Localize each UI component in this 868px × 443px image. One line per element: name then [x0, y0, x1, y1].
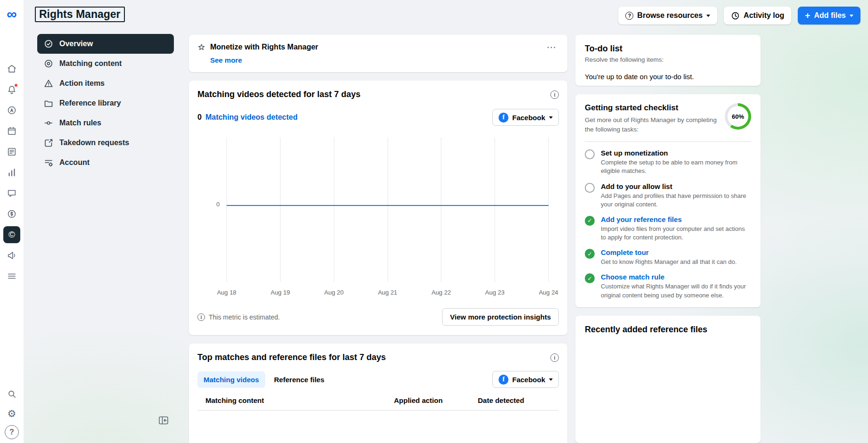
rights-manager-icon[interactable] — [3, 226, 20, 243]
checklist-item-desc: Import video files from your computer an… — [601, 225, 751, 242]
notifications-icon[interactable] — [3, 81, 20, 98]
chart-gridline — [280, 137, 280, 282]
matching-videos-chart: 0 Aug 18 Aug 19 Aug 20 Aug 21 Aug 22 Aug… — [197, 134, 559, 297]
browse-resources-label: Browse resources — [637, 11, 703, 20]
checklist-item-title[interactable]: Add your reference files — [601, 215, 751, 223]
recent-reference-files-card: Recently added reference files — [575, 316, 761, 443]
takedown-icon — [44, 138, 53, 148]
checklist-item: Add your reference files Import video fi… — [585, 215, 751, 242]
matching-count: 0 — [197, 113, 202, 122]
source-label: Facebook — [512, 376, 545, 384]
checklist-title: Getting started checklist — [585, 103, 718, 113]
more-options-button[interactable]: ⋯ — [545, 41, 559, 53]
sidebar-item-takedown-requests[interactable]: Takedown requests — [37, 133, 174, 153]
todo-empty-state: You're up to date on your to-do list. — [585, 73, 751, 81]
sidebar-item-reference-library[interactable]: Reference library — [37, 93, 174, 113]
sidebar-item-label: Takedown requests — [59, 139, 129, 147]
promo-title: Monetize with Rights Manager — [210, 43, 540, 51]
activity-log-label: Activity log — [744, 11, 784, 20]
warning-triangle-icon — [44, 79, 53, 88]
checklist-item-desc: Add Pages and profiles that have permiss… — [601, 192, 751, 209]
chevron-down-icon — [706, 15, 710, 19]
facebook-icon — [499, 375, 508, 385]
search-icon[interactable] — [3, 386, 20, 402]
info-icon[interactable] — [550, 353, 559, 362]
chart-gridline — [495, 137, 495, 282]
activity-log-button[interactable]: Activity log — [724, 7, 791, 25]
view-insights-button[interactable]: View more protection insights — [442, 308, 559, 326]
tab-reference-files[interactable]: Reference files — [268, 371, 331, 388]
source-selector[interactable]: Facebook — [492, 371, 559, 388]
content-library-icon[interactable] — [3, 143, 20, 160]
checklist-item-title[interactable]: Add to your allow list — [601, 182, 751, 190]
sidebar-item-overview[interactable]: Overview — [37, 34, 174, 54]
todo-title: To-do list — [585, 44, 751, 54]
meta-logo-icon[interactable] — [3, 6, 20, 23]
sidebar-item-label: Matching content — [59, 59, 122, 68]
info-icon[interactable] — [550, 90, 559, 99]
ads-manager-icon[interactable] — [3, 102, 20, 119]
column-applied-action: Applied action — [394, 396, 478, 404]
divider — [585, 141, 751, 142]
match-rules-icon — [44, 118, 53, 128]
browse-resources-button[interactable]: Browse resources — [618, 7, 717, 25]
promotions-icon[interactable] — [3, 247, 20, 264]
y-axis-tick: 0 — [216, 201, 220, 208]
page-title: Rights Manager — [35, 7, 125, 22]
folder-icon — [44, 98, 53, 108]
checklist-item-title[interactable]: Set up monetization — [601, 149, 751, 157]
sidebar-item-label: Reference library — [59, 99, 121, 107]
unchecked-circle-icon[interactable] — [585, 149, 595, 159]
sidebar-item-label: Account — [59, 158, 90, 167]
todo-card: To-do list Resolve the following items: … — [575, 35, 761, 86]
sidebar-item-action-items[interactable]: Action items — [37, 74, 174, 93]
add-files-button[interactable]: + Add files — [798, 7, 860, 25]
sidebar-item-match-rules[interactable]: Match rules — [37, 113, 174, 133]
notification-badge — [14, 83, 18, 87]
chart-gridline — [334, 137, 334, 282]
help-icon[interactable] — [5, 425, 19, 439]
messages-icon[interactable] — [3, 185, 20, 202]
matching-count-link[interactable]: Matching videos detected — [205, 113, 298, 122]
chart-gridline — [227, 137, 227, 282]
checklist-item-desc: Complete the setup to be able to earn mo… — [601, 158, 751, 175]
checklist-item: Add to your allow list Add Pages and pro… — [585, 182, 751, 209]
column-matching-content: Matching content — [205, 396, 394, 404]
chart-gridline — [549, 137, 549, 282]
checklist-item-title[interactable]: Complete tour — [601, 248, 737, 256]
source-label: Facebook — [512, 114, 545, 122]
x-axis-label: Aug 21 — [371, 289, 404, 296]
sidebar: Overview Matching content Action items R… — [37, 34, 174, 172]
checklist-subtitle: Get more out of Rights Manager by comple… — [585, 115, 718, 134]
unchecked-circle-icon[interactable] — [585, 183, 595, 193]
insights-icon[interactable] — [3, 164, 20, 181]
collapse-sidebar-button[interactable] — [157, 415, 170, 427]
x-axis-label: Aug 22 — [425, 289, 458, 296]
checklist-item: Choose match rule Customize what Rights … — [585, 273, 751, 299]
card-title: Top matches and reference files for last… — [197, 353, 386, 362]
checklist-item-title[interactable]: Choose match rule — [601, 273, 751, 281]
more-menu-icon[interactable] — [3, 268, 20, 285]
source-selector[interactable]: Facebook — [492, 109, 559, 126]
sidebar-item-matching-content[interactable]: Matching content — [37, 54, 174, 74]
matching-content-icon — [44, 59, 53, 68]
progress-percent: 60% — [725, 103, 751, 130]
home-icon[interactable] — [3, 60, 20, 77]
plus-icon: + — [805, 11, 810, 20]
checked-circle-icon — [585, 249, 595, 259]
progress-ring: 60% — [725, 103, 751, 130]
checklist-item-desc: Get to know Rights Manager and all that … — [601, 258, 737, 266]
planner-icon[interactable] — [3, 123, 20, 139]
chart-series-line — [227, 205, 549, 206]
chart-gridline — [387, 137, 388, 282]
x-axis-label: Aug 18 — [210, 289, 243, 296]
settings-gear-icon[interactable] — [3, 405, 20, 422]
table-header: Matching content Applied action Date det… — [197, 396, 559, 410]
recent-title: Recently added reference files — [585, 325, 751, 335]
see-more-link[interactable]: See more — [210, 56, 242, 64]
monetization-icon[interactable] — [3, 205, 20, 222]
tab-matching-videos[interactable]: Matching videos — [197, 371, 265, 388]
checked-circle-icon — [585, 273, 595, 283]
sidebar-item-account[interactable]: Account — [37, 153, 174, 172]
right-panel: To-do list Resolve the following items: … — [575, 35, 761, 443]
